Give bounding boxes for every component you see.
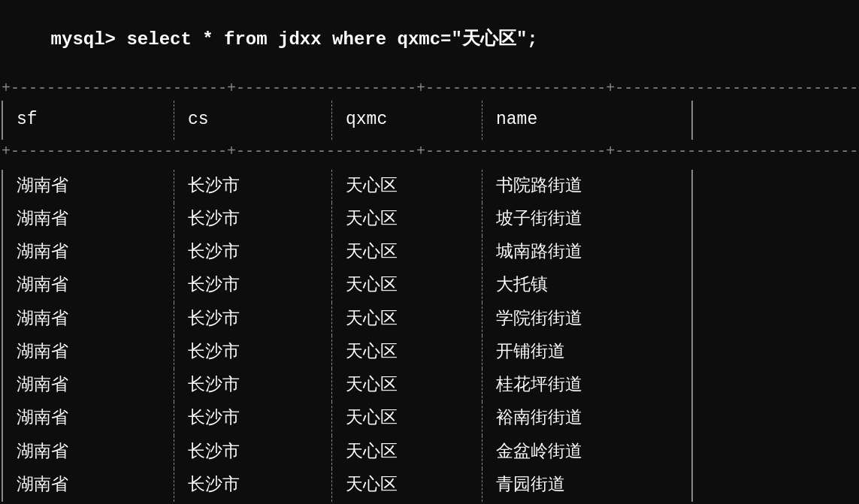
table-cell: 湖南省	[2, 436, 174, 469]
table-cell: 开铺街道	[482, 336, 693, 369]
table-cell: 湖南省	[2, 336, 174, 369]
table-cell: 长沙市	[174, 269, 332, 302]
table-body: 湖南省长沙市天心区书院路街道湖南省长沙市天心区坡子街街道湖南省长沙市天心区城南路…	[2, 170, 857, 502]
col-header-sf: sf	[2, 101, 174, 140]
table-row: 湖南省长沙市天心区桂花坪街道	[2, 369, 857, 402]
table-cell: 长沙市	[174, 236, 332, 269]
table-cell: 湖南省	[2, 269, 174, 302]
table-cell: 长沙市	[174, 170, 332, 203]
table-cell: 湖南省	[2, 303, 174, 336]
table-mid-border: +------------------------+--------------…	[2, 140, 857, 164]
table-cell: 学院街街道	[482, 303, 693, 336]
table-cell: 天心区	[332, 436, 482, 469]
table-cell: 长沙市	[174, 469, 332, 502]
table-cell: 天心区	[332, 469, 482, 502]
table-cell: 湖南省	[2, 203, 174, 236]
terminal-window: mysql> select * from jdxx where qxmc="天心…	[0, 0, 859, 504]
table-cell: 长沙市	[174, 336, 332, 369]
table-header-row: sf cs qxmc name	[2, 101, 857, 140]
table-cell: 湖南省	[2, 369, 174, 402]
table-cell: 湖南省	[2, 402, 174, 435]
table-row: 湖南省长沙市天心区青园街道	[2, 469, 857, 502]
table-cell: 天心区	[332, 170, 482, 203]
table-row: 湖南省长沙市天心区学院街街道	[2, 303, 857, 336]
table-cell: 湖南省	[2, 469, 174, 502]
table-cell: 金盆岭街道	[482, 436, 693, 469]
table-cell: 天心区	[332, 369, 482, 402]
command-text: mysql> select * from jdxx where qxmc="天心…	[51, 29, 538, 50]
table-cell: 裕南街街道	[482, 402, 693, 435]
table-cell: 长沙市	[174, 436, 332, 469]
table-cell: 大托镇	[482, 269, 693, 302]
table-row: 湖南省长沙市天心区书院路街道	[2, 170, 857, 203]
table-row: 湖南省长沙市天心区开铺街道	[2, 336, 857, 369]
table-cell: 天心区	[332, 236, 482, 269]
table-cell: 天心区	[332, 303, 482, 336]
table-cell: 桂花坪街道	[482, 369, 693, 402]
table-cell: 书院路街道	[482, 170, 693, 203]
table-cell: 湖南省	[2, 236, 174, 269]
col-header-cs: cs	[174, 101, 332, 140]
table-cell: 城南路街道	[482, 236, 693, 269]
table-cell: 天心区	[332, 402, 482, 435]
table-cell: 湖南省	[2, 170, 174, 203]
table-cell: 坡子街街道	[482, 203, 693, 236]
table-cell: 长沙市	[174, 203, 332, 236]
table-cell: 天心区	[332, 269, 482, 302]
command-line: mysql> select * from jdxx where qxmc="天心…	[0, 0, 859, 77]
table-cell: 长沙市	[174, 303, 332, 336]
table-cell: 长沙市	[174, 402, 332, 435]
table-cell: 长沙市	[174, 369, 332, 402]
table-cell: 天心区	[332, 203, 482, 236]
table-row: 湖南省长沙市天心区裕南街街道	[2, 402, 857, 435]
table-row: 湖南省长沙市天心区金盆岭街道	[2, 436, 857, 469]
table-row: 湖南省长沙市天心区坡子街街道	[2, 203, 857, 236]
table-row: 湖南省长沙市天心区城南路街道	[2, 236, 857, 269]
table-top-border: +------------------------+--------------…	[2, 77, 857, 101]
table-row: 湖南省长沙市天心区大托镇	[2, 269, 857, 302]
table-cell: 青园街道	[482, 469, 693, 502]
col-header-qxmc: qxmc	[332, 101, 482, 140]
col-header-name: name	[482, 101, 693, 140]
table-cell: 天心区	[332, 336, 482, 369]
